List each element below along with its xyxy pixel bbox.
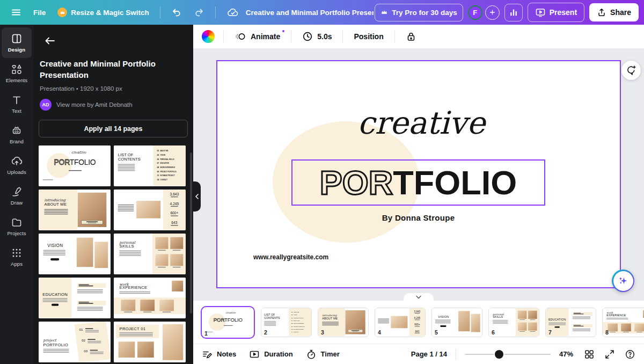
elements-icon (11, 63, 23, 75)
filmstrip-page-number: 3 (321, 329, 324, 336)
template-page-thumbnail-1[interactable]: creativePORTFOLIO (39, 145, 111, 186)
sidebar-item-elements[interactable]: Elements (0, 58, 33, 89)
notes-button[interactable]: Notes (202, 349, 236, 360)
author-link[interactable]: View more by Amit Debnath (56, 101, 133, 108)
zoom-slider-knob[interactable] (495, 350, 503, 359)
template-author-row[interactable]: AD View more by Amit Debnath (40, 99, 187, 111)
apply-all-pages-button[interactable]: Apply all 14 pages (39, 120, 188, 137)
projects-icon (11, 216, 23, 228)
template-page-thumbnail-7[interactable]: EDUCATION (39, 278, 111, 318)
filmstrip-page-4[interactable]: 3.6434.245600+6434 (375, 308, 426, 337)
template-page-thumbnail-3[interactable]: introducingABOUT ME (39, 190, 111, 230)
animate-notification-dot (281, 29, 286, 33)
filmstrip-page-8[interactable]: workEXPERIENCE8 (602, 308, 644, 337)
sidebar-rail: DesignElementsTextcoBrandUploadsDrawProj… (0, 25, 33, 364)
sidebar-item-projects[interactable]: Projects (0, 211, 33, 242)
sidebar-item-brand[interactable]: coBrand (0, 119, 33, 150)
page-duration-button[interactable]: 5.0s (300, 28, 334, 45)
back-button[interactable] (44, 35, 193, 46)
filmstrip-page-number: 1 (204, 330, 208, 337)
insights-button[interactable] (504, 4, 523, 21)
uploads-icon (11, 155, 23, 167)
draw-icon (11, 186, 23, 198)
template-page-thumbnail-4[interactable]: 3.6434.245600+643 (114, 190, 186, 230)
toolbar-separator (394, 30, 395, 43)
document-title[interactable]: Creative and Minimal Portfolio Presentat… (246, 9, 374, 17)
filmstrip-page-6[interactable]: personalSKILLS6 (488, 308, 539, 337)
arrow-left-icon (44, 35, 56, 46)
timer-button[interactable]: Timer (306, 349, 340, 360)
filmstrip-page-2[interactable]: LIST OF CONTENTS03ABOUT ME05VISION06PERS… (261, 308, 312, 337)
zoom-slider[interactable] (465, 350, 551, 359)
author-avatar: AD (40, 99, 52, 111)
template-page-thumbnail-9[interactable]: projectPORTFOLIO010203 (39, 322, 111, 362)
filmstrip-page-1[interactable]: creativePORTFOLIO1 (201, 306, 255, 339)
duration-button[interactable]: Duration (249, 349, 292, 360)
user-avatar[interactable]: F (468, 5, 482, 20)
slide-page-1[interactable]: creative PORTFOLIO By Donna Stroupe www.… (216, 60, 621, 288)
sidebar-item-uploads[interactable]: Uploads (0, 150, 33, 180)
slide-website[interactable]: www.reallygreatsite.com (253, 253, 328, 261)
filmstrip-page-5[interactable]: VISION5 (431, 308, 482, 337)
canvas-area: creative PORTFOLIO By Donna Stroupe www.… (193, 48, 644, 301)
filmstrip-page-number: 5 (435, 329, 438, 336)
template-page-thumbnail-8[interactable]: workEXPERIENCE (114, 278, 186, 318)
apps-icon (11, 247, 23, 259)
undo-button[interactable] (166, 3, 187, 22)
hamburger-icon (11, 7, 21, 18)
sidebar-item-design[interactable]: Design (2, 27, 32, 58)
background-color-picker[interactable] (202, 30, 215, 43)
pro-crown-icon (57, 8, 67, 17)
template-pages-grid: creativePORTFOLIOLIST OF CONTENTS03ABOUT… (33, 145, 193, 364)
redo-button[interactable] (188, 3, 210, 22)
toolbar-separator (223, 30, 224, 43)
help-icon (625, 349, 635, 360)
try-pro-button[interactable]: Try Pro for 30 days (375, 4, 463, 21)
template-page-thumbnail-2[interactable]: LIST OF CONTENTS03ABOUT ME05VISION06PERS… (114, 145, 186, 186)
slide-title-selected[interactable]: PORTFOLIO (291, 159, 545, 206)
filmstrip-page-7[interactable]: EDUCATION7 (545, 308, 596, 337)
filmstrip-page-number: 6 (492, 329, 495, 336)
animate-button[interactable]: Animate (232, 28, 282, 45)
collapse-filmstrip-button[interactable] (404, 293, 434, 301)
context-toolbar: Animate 5.0s Position (193, 25, 644, 48)
cloud-save-status-button[interactable] (221, 2, 245, 23)
hamburger-menu-button[interactable] (5, 3, 27, 22)
sidebar-item-apps[interactable]: Apps (0, 242, 33, 272)
filmstrip-page-number: 2 (264, 329, 267, 336)
help-button[interactable] (625, 349, 635, 360)
template-page-thumbnail-10[interactable]: PROJECT 01 (114, 322, 186, 362)
lock-icon (406, 31, 416, 42)
fullscreen-button[interactable] (604, 349, 615, 360)
plus-icon (489, 9, 496, 16)
filmstrip-page-number: 4 (378, 329, 381, 336)
position-button[interactable]: Position (352, 29, 385, 44)
template-meta: Presentation • 1920 x 1080 px (40, 85, 187, 92)
file-menu-button[interactable]: File (28, 4, 51, 21)
text-icon (11, 94, 23, 106)
redo-icon (194, 7, 204, 18)
present-button[interactable]: Present (528, 3, 584, 22)
design-panel: Creative and Minimal Portfolio Presentat… (33, 25, 193, 364)
resize-magic-switch-button[interactable]: Resize & Magic Switch (52, 3, 155, 21)
share-upload-icon (597, 8, 606, 17)
add-comment-button[interactable] (621, 61, 641, 80)
panel-collapse-handle[interactable] (193, 181, 201, 212)
design-icon (11, 33, 23, 45)
panel-scrollbar[interactable] (190, 152, 192, 314)
magic-studio-button[interactable] (612, 270, 634, 292)
share-button[interactable]: Share (589, 3, 639, 21)
timer-icon (306, 349, 317, 360)
filmstrip-page-3[interactable]: introducingABOUT ME3 (318, 308, 369, 337)
slide-script-text[interactable]: creative (338, 106, 504, 140)
notes-icon (202, 349, 213, 360)
slide-byline[interactable]: By Donna Stroupe (291, 213, 545, 222)
template-page-thumbnail-6[interactable]: personalSKILLS (114, 234, 186, 274)
add-member-button[interactable] (485, 5, 500, 20)
template-page-thumbnail-5[interactable]: VISION (39, 234, 111, 274)
lock-button[interactable] (404, 28, 419, 45)
sidebar-item-text[interactable]: Text (0, 89, 33, 119)
crown-icon (380, 9, 388, 16)
sidebar-item-draw[interactable]: Draw (0, 180, 33, 211)
grid-view-button[interactable] (584, 349, 595, 360)
